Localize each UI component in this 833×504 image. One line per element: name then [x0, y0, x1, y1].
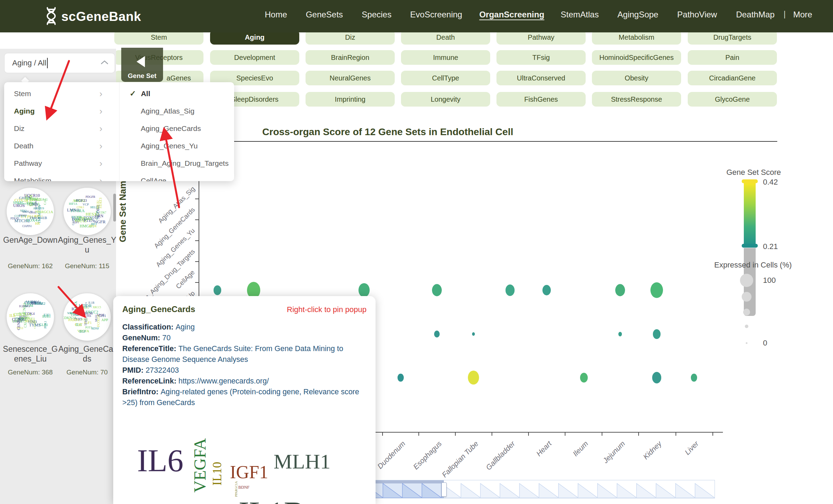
chart-bubble[interactable] [650, 282, 663, 298]
chart-bubble[interactable] [398, 374, 404, 382]
nav-item-organscreening[interactable]: OrganScreening [479, 10, 545, 20]
chart-bubble[interactable] [580, 373, 588, 382]
chart-bubble[interactable] [472, 332, 475, 336]
nav-item-species[interactable]: Species [362, 10, 391, 20]
text-cursor [47, 58, 48, 68]
size-legend-circle [740, 274, 753, 287]
cascader-item-aging_atlas_sig[interactable]: Aging_Atlas_Sig [141, 102, 234, 120]
nav-item-evoscreening[interactable]: EvoScreening [410, 10, 462, 20]
score-legend-title: Gene Set Score [726, 168, 781, 177]
gene-word: APOE [89, 224, 97, 228]
gene-word: HIF1A [69, 202, 77, 206]
size-legend-circle [743, 309, 750, 316]
top-nav: scGeneBank HomeGeneSetsSpeciesEvoScreeni… [0, 0, 833, 32]
collapse-left-icon [137, 56, 145, 67]
cascader-item-cellage[interactable]: CellAge [141, 172, 234, 181]
cascader-item-aging_genecards[interactable]: Aging_GeneCards [141, 120, 234, 137]
gene-word: CXCL1 [24, 317, 27, 328]
wordcloud-aging_genecards[interactable]: IL6VEGFAIGF1IL10MLH1APOEIL1BBDNFTP53SIRT… [63, 293, 111, 341]
wordcloud-aging_genes_yu[interactable]: FOXO1PIK3CBSHC1HRASSTAT3HMGB1NGFRGRNVCPR… [63, 188, 111, 235]
category-button-immune[interactable]: Immune [401, 50, 490, 65]
category-button-longevity[interactable]: Longevity [401, 92, 490, 107]
popup-gene-word-ppargc1a: PPARGC1A [234, 481, 238, 497]
category-button-stressresponse[interactable]: StressResponse [592, 92, 681, 107]
gene-word: CDC20 [15, 317, 23, 320]
gene-set-filter-select[interactable]: Aging / All [4, 53, 115, 73]
score-color-bar[interactable] [744, 181, 756, 246]
size-legend-circle [745, 325, 748, 328]
chart-bubble[interactable] [468, 371, 479, 385]
popup-field-label: BriefIntro: [122, 388, 161, 396]
chart-bubble[interactable] [615, 284, 625, 296]
category-button-neuralgenes[interactable]: NeuralGenes [306, 71, 395, 85]
card-label-aging_genecards[interactable]: Aging_GeneCards [57, 344, 117, 364]
chart-bubble[interactable] [653, 329, 661, 339]
cascader-item-diz[interactable]: Diz› [14, 120, 108, 137]
nav-item-agingsope[interactable]: AgingSope [617, 10, 658, 20]
chart-bubble[interactable] [432, 284, 442, 296]
category-button-brainregion[interactable]: BrainRegion [306, 50, 395, 65]
category-button-celltype[interactable]: CellType [401, 71, 490, 85]
nav-item-more[interactable]: More [793, 10, 812, 20]
category-button-hominoidspecificgenes[interactable]: HominoidSpecificGenes [592, 50, 681, 65]
category-button-development[interactable]: Development [210, 50, 299, 65]
chart-bubble[interactable] [358, 283, 370, 297]
cascader-item-metabolism[interactable]: Metabolism› [14, 172, 108, 181]
cascader-item-stem[interactable]: Stem› [14, 85, 108, 102]
chart-bubble[interactable] [652, 372, 661, 383]
chart-bubble[interactable] [691, 374, 697, 382]
category-button-circadiangene[interactable]: CircadianGene [688, 71, 777, 85]
category-button-glycogene[interactable]: GlycoGene [688, 92, 777, 107]
category-button-tfsig[interactable]: TFsig [496, 50, 586, 65]
nav-item-deathmap[interactable]: DeathMap [736, 10, 775, 20]
size-legend-title: Expressed in Cells (%) [714, 261, 792, 270]
gene-word: GH1 [98, 313, 106, 318]
gene-word: TERF2 [84, 317, 87, 326]
cascader-item-pathway[interactable]: Pathway› [14, 155, 108, 172]
chart-bubble[interactable] [618, 332, 622, 336]
sidebar-scrollbar[interactable] [113, 194, 116, 222]
category-button-imprinting[interactable]: Imprinting [306, 92, 395, 107]
popup-field-label: PMID: [122, 366, 146, 374]
score-handle-min[interactable] [742, 244, 758, 248]
nav-item-pathoview[interactable]: PathoView [677, 10, 717, 20]
score-handle-max[interactable] [742, 179, 758, 183]
gene-word: IL8 [9, 313, 15, 318]
logo[interactable]: scGeneBank [45, 7, 141, 26]
chart-bubble[interactable] [214, 285, 221, 295]
popup-title: Aging_GeneCards [122, 304, 195, 314]
category-button-fishgenes[interactable]: FishGenes [496, 92, 586, 107]
wordcloud-genage_down[interactable]: UROSGHITMNEK2SOX4DLATCYP51A1SLC25A11CIAP… [7, 188, 54, 235]
nav-item-genesets[interactable]: GeneSets [306, 10, 343, 20]
category-button-obesity[interactable]: Obesity [592, 71, 681, 85]
wordcloud-senescence_genes_liu[interactable]: CDKN1AGLB1SERPINE1TP53CCND1MDM2CDK4RB1E2… [7, 293, 54, 341]
gene-word: CDK7 [100, 211, 106, 214]
datazoom-handle[interactable] [441, 482, 447, 497]
nav-item-home[interactable]: Home [265, 10, 287, 20]
popup-field-label: ReferenceLink: [122, 377, 178, 385]
gene-set-collapse-panel[interactable]: Gene Set [121, 48, 163, 82]
cascader-item-all[interactable]: ✓All [130, 85, 224, 102]
gene-word: XRCC5 [93, 306, 101, 309]
card-label-senescence_genes_liu[interactable]: Senescence_Genes_Liu [1, 344, 60, 364]
chart-bubble[interactable] [506, 285, 515, 296]
gene-word: E2F1 [74, 221, 79, 224]
category-button-pain[interactable]: Pain [688, 50, 777, 65]
cascader-item-aging_genes_yu[interactable]: Aging_Genes_Yu [141, 137, 234, 155]
chart-bubble[interactable] [542, 285, 551, 295]
card-label-aging_genes_yu[interactable]: Aging_Genes_Yu [57, 235, 117, 255]
x-axis-label-kidney: Kidney [641, 440, 663, 461]
cascader-item-aging[interactable]: Aging› [14, 102, 108, 120]
category-button-ultraconserved[interactable]: UltraConserved [496, 71, 586, 85]
nav-item-stematlas[interactable]: StemAtlas [561, 10, 599, 20]
gene-word: LMNA [67, 208, 79, 213]
gene-word: CA4 [43, 199, 46, 205]
nav-separator: | [784, 9, 786, 19]
chart-bubble[interactable] [434, 331, 440, 338]
gene-word: BUB1 [42, 315, 51, 318]
cascader-item-death[interactable]: Death› [14, 137, 108, 155]
card-label-genage_down[interactable]: GenAge_Down [1, 235, 60, 245]
popup-field-label: GeneNum: [122, 334, 162, 342]
x-axis-label-esophagus: Esophagus [411, 440, 443, 471]
cascader-item-brain_aging_drug_targets[interactable]: Brain_Aging_Drug_Targets [141, 155, 234, 172]
